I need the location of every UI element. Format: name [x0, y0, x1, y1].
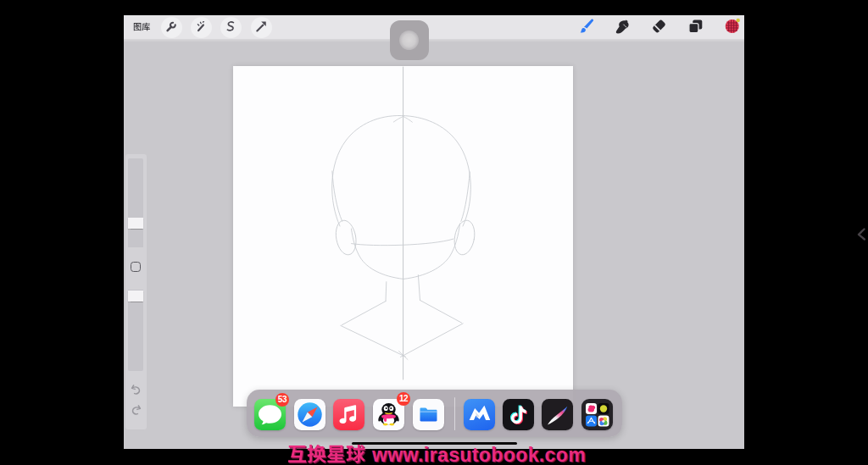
svg-text:www.irasutobook.com: www.irasutobook.com	[371, 444, 586, 465]
